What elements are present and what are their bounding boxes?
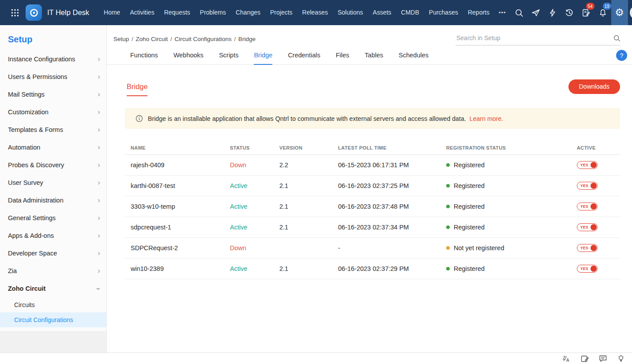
- nav-item-requests[interactable]: Requests: [159, 0, 195, 25]
- toggle-knob: [591, 183, 597, 189]
- paper-plane-icon[interactable]: [527, 0, 544, 25]
- sidebar-item-zia[interactable]: Zia›: [0, 262, 106, 280]
- sidebar-item-templates-forms[interactable]: Templates & Forms›: [0, 121, 106, 139]
- sidebar-item-instance-configurations[interactable]: Instance Configurations›: [0, 50, 106, 68]
- breadcrumb-circuit-configurations[interactable]: Circuit Configurations: [175, 36, 232, 42]
- notifications-bell-icon[interactable]: 19: [594, 0, 611, 25]
- svg-text:Z: Z: [563, 355, 566, 360]
- user-avatar[interactable]: [630, 6, 632, 19]
- breadcrumb-zoho-circuit[interactable]: Zoho Circuit: [136, 36, 168, 42]
- sidebar-item-user-survey[interactable]: User Survey›: [0, 174, 106, 191]
- tab-schedules[interactable]: Schedules: [399, 52, 429, 64]
- chevron-right-icon: ›: [98, 143, 100, 151]
- active-toggle[interactable]: YES: [577, 223, 598, 231]
- nav-item-problems[interactable]: Problems: [195, 0, 231, 25]
- breadcrumb-setup[interactable]: Setup: [113, 36, 129, 42]
- registration-dot: [446, 205, 450, 208]
- nav-item-releases[interactable]: Releases: [297, 0, 333, 25]
- breadcrumb-bridge[interactable]: Bridge: [238, 36, 256, 42]
- settings-gear-icon[interactable]: ⚙: [611, 0, 628, 25]
- table-row[interactable]: SDPCRequest-2Down-Not yet registeredYES: [125, 238, 620, 259]
- translate-icon[interactable]: Z A: [563, 355, 571, 363]
- sidebar-item-developer-space[interactable]: Developer Space›: [0, 244, 106, 262]
- nav-item-solutions[interactable]: Solutions: [333, 0, 368, 25]
- tab-webhooks[interactable]: Webhooks: [173, 52, 203, 64]
- nav-item-cmdb[interactable]: CMDB: [396, 0, 424, 25]
- search-input[interactable]: [455, 34, 613, 42]
- active-toggle[interactable]: YES: [577, 203, 598, 210]
- nav-item-home[interactable]: Home: [99, 0, 125, 25]
- bridge-table-body: rajesh-0409Down2.206-15-2023 06:17:31 PM…: [125, 155, 620, 279]
- setup-search-icon[interactable]: [613, 34, 621, 42]
- tab-credentials[interactable]: Credentials: [288, 52, 320, 64]
- toggle-label: YES: [577, 225, 588, 229]
- sidebar-item-label: Probes & Discovery: [8, 161, 64, 169]
- chevron-right-icon: ›: [98, 179, 100, 186]
- sidebar-item-automation[interactable]: Automation›: [0, 139, 106, 156]
- tab-bridge[interactable]: Bridge: [254, 52, 272, 65]
- sidebar-item-label: Apps & Add-ons: [8, 232, 54, 239]
- chevron-right-icon: ›: [98, 196, 100, 204]
- toggle-label: YES: [577, 163, 588, 167]
- active-toggle[interactable]: YES: [577, 244, 598, 252]
- chat-icon[interactable]: [599, 355, 607, 363]
- sidebar-item-mail-settings[interactable]: Mail Settings›: [0, 86, 106, 103]
- active-toggle[interactable]: YES: [577, 182, 598, 190]
- table-row[interactable]: sdpcrequest-1Active2.106-16-2023 02:37:3…: [125, 217, 620, 238]
- active-toggle[interactable]: YES: [577, 265, 598, 273]
- table-row[interactable]: win10-2389Active2.106-16-2023 02:37:29 P…: [125, 259, 620, 279]
- toggle-label: YES: [577, 246, 588, 250]
- apps-grid-icon[interactable]: [11, 7, 19, 19]
- tasks-icon[interactable]: 54: [578, 0, 594, 25]
- lightning-icon[interactable]: [544, 0, 561, 25]
- table-row[interactable]: rajesh-0409Down2.206-15-2023 06:17:31 PM…: [125, 155, 620, 176]
- learn-more-link[interactable]: Learn more.: [470, 115, 504, 122]
- tab-functions[interactable]: Functions: [130, 52, 158, 64]
- toggle-knob: [591, 203, 597, 210]
- column-header-registration-status: REGISTRATION STATUS: [446, 145, 577, 150]
- nav-item-purchases[interactable]: Purchases: [424, 0, 463, 25]
- tasks-badge: 54: [586, 3, 594, 10]
- chevron-right-icon: ›: [98, 249, 100, 257]
- sidebar-item-zoho-circuit[interactable]: Zoho Circuit›: [0, 280, 106, 297]
- bridge-table: NAMESTATUSVERSIONLATEST POLL TIMEREGISTR…: [125, 141, 620, 279]
- cell-active: YES: [577, 182, 620, 190]
- registration-text: Registered: [454, 182, 485, 189]
- feedback-icon[interactable]: [581, 355, 589, 363]
- cell-active: YES: [577, 244, 620, 252]
- table-row[interactable]: karthi-0087-testActive2.106-16-2023 02:3…: [125, 176, 620, 196]
- nav-item-reports[interactable]: Reports: [463, 0, 494, 25]
- sidebar-item-probes-discovery[interactable]: Probes & Discovery›: [0, 156, 106, 174]
- tab-files[interactable]: Files: [336, 52, 350, 64]
- table-row[interactable]: 3303-w10-tempActive2.106-16-2023 02:37:4…: [125, 196, 620, 217]
- nav-item-assets[interactable]: Assets: [368, 0, 396, 25]
- cell-version: 2.1: [279, 265, 338, 272]
- sidebar-item-general-settings[interactable]: General Settings›: [0, 209, 106, 227]
- cell-name: 3303-w10-temp: [125, 203, 230, 210]
- nav-item-activities[interactable]: Activities: [125, 0, 159, 25]
- search-icon[interactable]: [511, 0, 527, 25]
- chevron-right-icon: ›: [98, 55, 100, 63]
- nav-item-projects[interactable]: Projects: [265, 0, 297, 25]
- sidebar-item-data-administration[interactable]: Data Administration›: [0, 191, 106, 209]
- setup-search: [455, 34, 621, 45]
- nav-more-button[interactable]: •••: [494, 9, 511, 16]
- sidebar-item-apps-add-ons[interactable]: Apps & Add-ons›: [0, 227, 106, 244]
- sidebar-subitem-circuit-configurations[interactable]: Circuit Configurations: [0, 312, 106, 327]
- sidebar-title: Setup: [0, 25, 106, 50]
- main-content: Setup / Zoho Circuit / Circuit Configura…: [107, 25, 632, 353]
- history-icon[interactable]: [561, 0, 578, 25]
- tab-tables[interactable]: Tables: [365, 52, 383, 64]
- sidebar-subitem-circuits[interactable]: Circuits: [0, 297, 106, 312]
- chevron-right-icon: ›: [98, 73, 100, 80]
- sidebar-item-customization[interactable]: Customization›: [0, 103, 106, 121]
- downloads-button[interactable]: Downloads: [568, 79, 620, 94]
- sidebar-item-users-permissions[interactable]: Users & Permissions›: [0, 68, 106, 86]
- sidebar-item-label: Developer Space: [8, 250, 57, 257]
- lightbulb-icon[interactable]: [617, 355, 625, 363]
- help-button[interactable]: ?: [616, 50, 627, 61]
- active-toggle[interactable]: YES: [577, 161, 598, 169]
- cell-status: Active: [230, 182, 279, 189]
- nav-item-changes[interactable]: Changes: [231, 0, 265, 25]
- tab-scripts[interactable]: Scripts: [219, 52, 238, 64]
